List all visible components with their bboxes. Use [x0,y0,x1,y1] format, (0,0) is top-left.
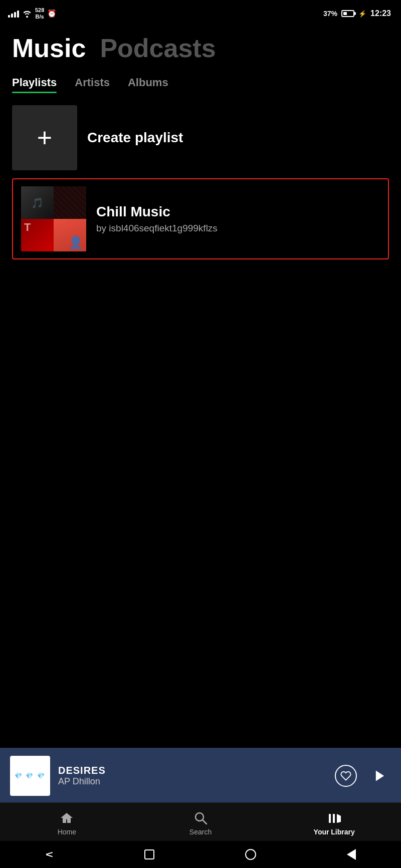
square-icon [144,849,154,859]
android-home-btn[interactable] [245,849,256,860]
nav-search-label: Search [189,828,212,836]
library-icon [327,811,342,825]
now-playing-controls [335,765,391,787]
gem-icons: 💎 💎 💎 [15,772,46,779]
home-icon [59,811,74,825]
thumb-quad-4 [54,219,86,251]
android-back-btn[interactable]: ∨ [46,848,54,861]
create-playlist-label: Create playlist [87,130,183,146]
create-playlist-thumb: + [12,105,77,170]
wifi-icon [22,10,32,18]
alarm-icon: ⏰ [47,9,57,18]
search-icon [193,811,208,825]
nav-home-label: Home [58,828,76,836]
tab-artists[interactable]: Artists [75,76,110,93]
playlist-info: Chill Music by isbl406seqfiekt1g999kflzs [96,204,380,234]
svg-marker-0 [376,771,384,781]
tab-playlists[interactable]: Playlists [12,76,57,93]
sub-tabs: Playlists Artists Albums [12,76,389,93]
bottom-nav: Home Search Your Library [0,802,401,841]
thumb-quad-3 [21,219,54,251]
battery-icon [341,10,354,17]
android-nav: ∨ [0,841,401,868]
now-playing-info: DESIRES AP Dhillon [58,765,327,787]
playlist-item[interactable]: Chill Music by isbl406seqfiekt1g999kflzs [12,178,389,259]
nav-library[interactable]: Your Library [267,811,401,836]
svg-line-2 [203,820,207,824]
charging-icon: ⚡ [358,10,366,18]
time: 12:23 [370,9,391,18]
create-playlist-button[interactable]: + Create playlist [12,105,389,170]
tab-albums[interactable]: Albums [128,76,168,93]
battery-percent: 37% [323,10,337,18]
thumb-inner: 💎 💎 💎 [15,772,46,779]
nav-search[interactable]: Search [134,811,268,836]
heart-icon [340,770,351,781]
playlist-author: by isbl406seqfiekt1g999kflzs [96,223,380,234]
thumb-quad-1 [21,186,54,219]
top-tabs: Music Podcasts [12,35,389,61]
now-playing-artist: AP Dhillon [58,776,327,787]
android-back-nav-btn[interactable] [347,849,356,860]
like-button[interactable] [335,765,357,787]
chevron-down-icon: ∨ [43,850,56,858]
plus-icon: + [37,125,52,151]
network-speed: 528 B/s [35,7,44,20]
main-content: Music Podcasts Playlists Artists Albums … [0,25,401,259]
circle-icon [245,849,256,860]
tab-music[interactable]: Music [12,35,86,61]
nav-home[interactable]: Home [0,811,134,836]
playlist-thumbnail [21,186,86,251]
play-icon [373,769,387,783]
thumb-quad-2 [54,186,86,219]
now-playing-title: DESIRES [58,765,327,776]
android-recents-btn[interactable] [144,849,154,859]
playlist-name: Chill Music [96,204,380,220]
nav-library-label: Your Library [314,828,355,836]
now-playing-thumbnail: 💎 💎 💎 [10,756,50,796]
status-right: 37% ⚡ 12:23 [323,9,391,18]
now-playing-bar[interactable]: 💎 💎 💎 DESIRES AP Dhillon [0,748,401,804]
play-button[interactable] [369,765,391,787]
svg-rect-4 [333,814,335,823]
status-left: 528 B/s ⏰ [8,7,57,20]
svg-rect-3 [329,814,331,823]
status-bar: 528 B/s ⏰ 37% ⚡ 12:23 [0,0,401,25]
tab-podcasts[interactable]: Podcasts [100,35,216,61]
signal-icon [8,10,19,18]
triangle-left-icon [347,849,356,860]
